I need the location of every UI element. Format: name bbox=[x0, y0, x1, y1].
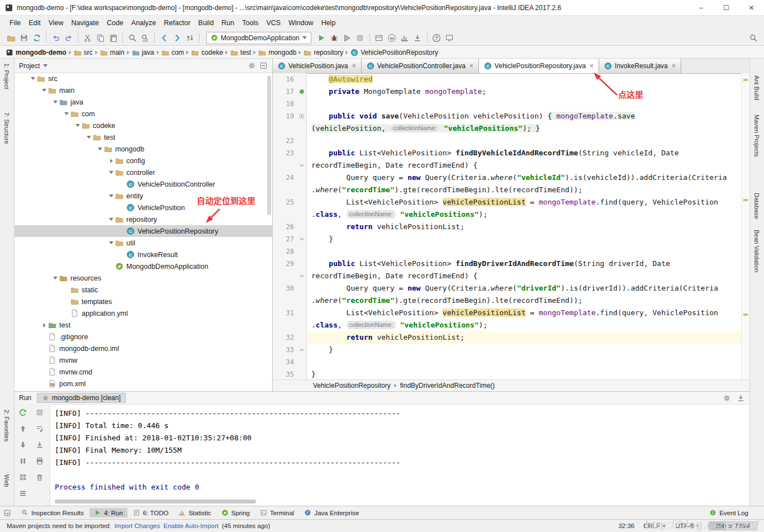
box-button[interactable] bbox=[373, 31, 386, 44]
editor-tab-vehiclepositioncontroller-java[interactable]: CVehiclePositionController.java× bbox=[362, 59, 479, 73]
folddown-gutter-icon[interactable] bbox=[297, 270, 307, 282]
tree-chevron-icon[interactable] bbox=[107, 241, 115, 244]
profiler-button[interactable] bbox=[398, 31, 411, 44]
tool-button-1-project[interactable]: 1: Project bbox=[3, 63, 10, 89]
nav-breadcrumb-mongodb[interactable]: mongodb bbox=[258, 49, 296, 56]
bean-gutter-icon[interactable] bbox=[297, 86, 307, 98]
tree-item-repository[interactable]: repository bbox=[15, 213, 272, 225]
tree-item-src[interactable]: src bbox=[15, 73, 272, 84]
toolwindow-button-event-log[interactable]: 1Event Log bbox=[705, 508, 753, 517]
caret-position[interactable]: 32:36 bbox=[618, 522, 634, 529]
close-tab-icon[interactable]: × bbox=[590, 62, 594, 70]
print-button[interactable] bbox=[34, 455, 45, 467]
tool-button-7-structure[interactable]: 7: Structure bbox=[3, 112, 10, 144]
minimize-button[interactable]: – bbox=[689, 0, 714, 16]
tool-button-database[interactable]: Database bbox=[753, 193, 760, 219]
toolwindow-button-4-run[interactable]: 4: Run bbox=[89, 508, 127, 517]
stop-button[interactable] bbox=[354, 31, 367, 44]
tree-chevron-icon[interactable] bbox=[85, 136, 93, 139]
tree-chevron-icon[interactable] bbox=[107, 194, 115, 197]
tree-item-static[interactable]: static bbox=[15, 284, 272, 296]
menu-vcs[interactable]: VCS bbox=[262, 19, 284, 27]
nav-breadcrumb-mongodb-demo[interactable]: mongodb-demo bbox=[6, 49, 67, 56]
trash-button[interactable] bbox=[34, 472, 45, 483]
nav-breadcrumb-repository[interactable]: repository bbox=[303, 49, 343, 56]
toolwindow-button-statistic[interactable]: Statistic bbox=[174, 508, 215, 517]
tool-button-bean-validation[interactable]: Bean Validation bbox=[753, 230, 760, 272]
toolwindow-button-inspection-results[interactable]: Inspection Results bbox=[17, 508, 88, 517]
nav-breadcrumb-com[interactable]: com bbox=[162, 49, 184, 56]
menu-refactor[interactable]: Refactor bbox=[160, 19, 194, 27]
redo-button[interactable] bbox=[62, 31, 75, 44]
tree-item-vehiclepositioncontroller[interactable]: CVehiclePositionController bbox=[15, 178, 272, 190]
menu-code[interactable]: Code bbox=[103, 19, 127, 27]
nav-fwd-button[interactable] bbox=[170, 31, 183, 44]
softwrap-button[interactable] bbox=[34, 423, 45, 434]
tool-button-web[interactable]: Web bbox=[3, 474, 10, 487]
nav-breadcrumb-src[interactable]: src bbox=[74, 49, 93, 56]
tree-item-codeke[interactable]: codeke bbox=[15, 120, 272, 131]
console-output[interactable]: [INFO] ---------------------------------… bbox=[50, 404, 749, 506]
search-button[interactable] bbox=[126, 31, 139, 44]
tree-chevron-icon[interactable] bbox=[107, 159, 115, 163]
tree-item-main[interactable]: main bbox=[15, 84, 272, 96]
tool-button-ant-build[interactable]: Ant Build bbox=[753, 75, 760, 100]
tree-chevron-icon[interactable] bbox=[96, 148, 104, 150]
menu-window[interactable]: Window bbox=[284, 19, 317, 27]
open-button[interactable] bbox=[4, 31, 17, 44]
tree-chevron-icon[interactable] bbox=[29, 77, 37, 80]
pause-button[interactable] bbox=[17, 455, 29, 467]
tree-chevron-icon[interactable] bbox=[107, 171, 115, 174]
tree-chevron-icon[interactable] bbox=[51, 101, 59, 103]
tree-chevron-icon[interactable] bbox=[40, 323, 48, 327]
foldup-gutter-icon[interactable] bbox=[297, 233, 307, 245]
debug-button[interactable] bbox=[328, 31, 341, 44]
save-button[interactable] bbox=[17, 31, 30, 44]
run-button[interactable] bbox=[315, 31, 328, 44]
rerun-button[interactable] bbox=[17, 407, 29, 418]
code-area[interactable]: 16 @Autowired17 private MongoTemplate mo… bbox=[273, 73, 742, 379]
nav-breadcrumb-vehiclepositionrepository[interactable]: CVehiclePositionRepository bbox=[350, 49, 438, 56]
project-panel-title[interactable]: Project bbox=[19, 62, 40, 70]
tool-button-2-favorites[interactable]: 2: Favorites bbox=[3, 410, 10, 441]
editor-breadcrumb-vehiclepositionrepository[interactable]: VehiclePositionRepository bbox=[313, 382, 391, 390]
error-stripe[interactable] bbox=[741, 73, 749, 379]
nav-back-button[interactable] bbox=[158, 31, 170, 44]
tree-item-test[interactable]: test bbox=[15, 131, 272, 143]
toolwindow-button-java-enterprise[interactable]: EJava Enterprise bbox=[300, 508, 363, 517]
stop2-button[interactable] bbox=[34, 407, 45, 418]
tree-item-mongodb[interactable]: mongodb bbox=[15, 143, 272, 155]
close-tab-icon[interactable]: × bbox=[672, 62, 676, 70]
menu-analyze[interactable]: Analyze bbox=[127, 19, 160, 27]
tree-chevron-icon[interactable] bbox=[51, 277, 59, 279]
tree-item-util[interactable]: util bbox=[15, 237, 272, 249]
menu-help[interactable]: Help bbox=[317, 19, 340, 27]
tree-item-com[interactable]: com bbox=[15, 108, 272, 120]
tree-chevron-icon[interactable] bbox=[63, 112, 70, 115]
down-button[interactable] bbox=[17, 439, 29, 450]
folddown-gutter-icon[interactable] bbox=[297, 159, 307, 172]
menu-build[interactable]: Build bbox=[194, 19, 218, 27]
menu-tools[interactable]: Tools bbox=[238, 19, 262, 27]
plus-gutter-icon[interactable] bbox=[297, 110, 307, 122]
sync-button[interactable] bbox=[30, 31, 43, 44]
tree-chevron-icon[interactable] bbox=[40, 89, 48, 92]
menu-run[interactable]: Run bbox=[217, 19, 238, 27]
tool-button-maven-projects[interactable]: Maven Projects bbox=[753, 115, 760, 157]
import-changes-link[interactable]: Import Changes bbox=[115, 522, 160, 529]
close-button[interactable]: ✕ bbox=[739, 0, 764, 16]
tree-item-java[interactable]: java bbox=[15, 96, 272, 108]
paste-button[interactable] bbox=[107, 31, 120, 44]
scrollend-button[interactable] bbox=[34, 439, 45, 450]
collapse-all-icon[interactable] bbox=[259, 61, 268, 70]
tree-item-mongodb-demo-iml[interactable]: mongodb-demo.iml bbox=[15, 343, 272, 354]
menu-file[interactable]: File bbox=[6, 19, 25, 27]
monitor-button[interactable] bbox=[443, 31, 456, 44]
project-scrollbar[interactable] bbox=[267, 75, 271, 215]
toolwindow-button-terminal[interactable]: Terminal bbox=[255, 508, 298, 517]
console-hscrollbar[interactable] bbox=[55, 500, 256, 504]
tree-item-templates[interactable]: templates bbox=[15, 296, 272, 307]
editor-tab-invokeresult-java[interactable]: CInvokeResult.java× bbox=[599, 59, 681, 73]
up-button[interactable] bbox=[17, 423, 29, 434]
editor-tab-vehicleposition-java[interactable]: CVehiclePosition.java× bbox=[273, 59, 362, 73]
